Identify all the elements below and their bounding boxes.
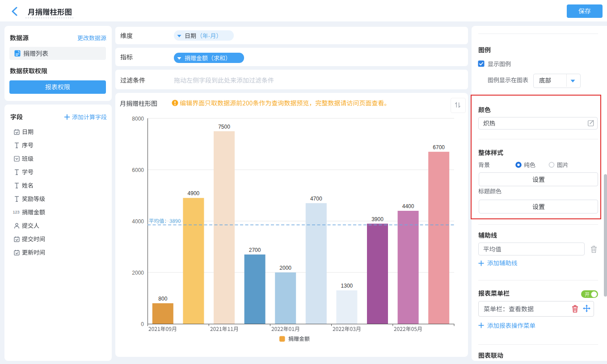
svg-text:1300: 1300 <box>341 283 353 289</box>
svg-text:4000: 4000 <box>132 218 144 225</box>
svg-text:2000: 2000 <box>132 270 144 276</box>
svg-text:8000: 8000 <box>132 116 144 122</box>
svg-text:800: 800 <box>158 296 167 302</box>
svg-text:2700: 2700 <box>249 247 261 253</box>
svg-text:6000: 6000 <box>132 167 144 173</box>
svg-text:7500: 7500 <box>218 124 230 130</box>
svg-text:4900: 4900 <box>188 190 200 197</box>
svg-text:3900: 3900 <box>371 216 384 222</box>
svg-text:4700: 4700 <box>310 196 322 202</box>
svg-text:6700: 6700 <box>433 144 445 151</box>
svg-text:4400: 4400 <box>402 203 414 209</box>
svg-text:0: 0 <box>141 321 144 327</box>
svg-text:2000: 2000 <box>279 265 291 271</box>
